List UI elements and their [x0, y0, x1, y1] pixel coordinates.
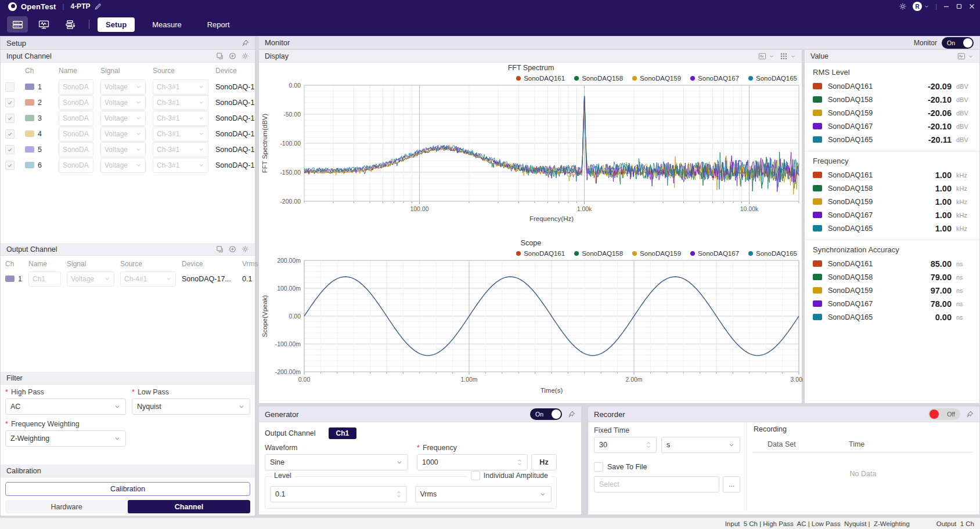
tab-report[interactable]: Report: [199, 17, 238, 32]
individual-amplitude-checkbox[interactable]: [471, 471, 480, 480]
device-name: SonoDAQ-17...: [215, 161, 255, 169]
browse-button[interactable]: ...: [723, 476, 740, 492]
calibration-button[interactable]: Calibration: [5, 482, 250, 496]
signal-select: Voltage: [100, 111, 146, 126]
chart-type-icon[interactable]: [758, 52, 766, 60]
legend-dot: [632, 251, 637, 256]
source-select: Ch-4#1: [120, 271, 176, 287]
channel-color-swatch: [25, 131, 34, 137]
legend-item[interactable]: SonoDAQ165: [748, 250, 797, 257]
measurement-unit: ns: [956, 260, 974, 267]
frequency-label: Frequency: [423, 444, 457, 452]
save-to-file-checkbox[interactable]: [594, 462, 603, 472]
duplicate-icon[interactable]: [216, 52, 224, 60]
individual-amplitude-option[interactable]: Individual Amplitude: [467, 471, 552, 480]
legend-item[interactable]: SonoDAQ159: [632, 75, 681, 82]
level-unit-select[interactable]: Vrms: [415, 486, 552, 502]
device-name: SonoDAQ159: [828, 109, 873, 117]
nav-monitor-icon-button[interactable]: [33, 16, 54, 32]
chevron-down-icon: [539, 491, 546, 498]
close-icon[interactable]: [968, 3, 975, 10]
svg-text:FFT Spectrum(dBV): FFT Spectrum(dBV): [261, 113, 268, 173]
device-name: SonoDAQ158: [828, 96, 873, 104]
measurement-value: -20.10: [928, 122, 952, 131]
high-pass-select[interactable]: AC: [5, 398, 126, 415]
edit-project-icon[interactable]: [94, 3, 102, 10]
device-color-swatch: [813, 83, 822, 89]
value-groups: RMS LevelSonoDAQ161-20.09dBVSonoDAQ158-2…: [805, 63, 979, 324]
nav-hardware-icon-button[interactable]: [7, 16, 28, 32]
legend-label: SonoDAQ167: [698, 250, 739, 257]
layout-grid-icon[interactable]: [780, 52, 788, 60]
legend-item[interactable]: SonoDAQ158: [574, 75, 623, 82]
legend-item[interactable]: SonoDAQ167: [690, 75, 739, 82]
pin-icon[interactable]: [242, 39, 249, 47]
add-channel-icon[interactable]: [229, 52, 236, 60]
channel-settings-gear-icon[interactable]: [242, 245, 249, 253]
recorder-header: Recorder Off: [588, 407, 979, 422]
measurement-unit: dBV: [956, 136, 974, 143]
measurement-value: 1.00: [935, 211, 952, 220]
value-row: SonoDAQ1581.00kHz: [805, 182, 979, 195]
file-select-input[interactable]: Select: [594, 476, 719, 492]
tab-hardware[interactable]: Hardware: [5, 500, 128, 513]
legend-item[interactable]: SonoDAQ161: [516, 250, 565, 257]
save-to-file-option[interactable]: Save To File: [594, 462, 740, 472]
fft-chart: FFT Spectrum SonoDAQ161SonoDAQ158SonoDAQ…: [259, 64, 803, 237]
nav-sequence-icon-button[interactable]: [59, 16, 80, 32]
low-pass-select[interactable]: Nyquist: [132, 398, 250, 415]
source-select: Ch-3#1: [153, 158, 208, 173]
frequency-input[interactable]: 1000: [417, 454, 528, 470]
channel-color-swatch: [25, 146, 34, 153]
duplicate-icon[interactable]: [216, 245, 224, 253]
maximize-icon[interactable]: [956, 3, 963, 10]
tab-channel[interactable]: Channel: [128, 500, 250, 513]
value-view-icon[interactable]: [957, 52, 965, 60]
input-channel-row: 5SonoDAVoltageCh-3#1SonoDAQ-17...: [1, 142, 255, 157]
output-channel-chip[interactable]: Ch1: [329, 427, 357, 439]
recorder-toggle[interactable]: Off: [928, 408, 960, 420]
svg-text:0.00: 0.00: [289, 83, 301, 89]
legend-item[interactable]: SonoDAQ158: [574, 250, 623, 257]
col-data-set: Data Set: [752, 440, 834, 448]
chevron-down-icon: [114, 435, 121, 442]
minimize-icon[interactable]: [943, 3, 950, 10]
checkbox: [5, 129, 15, 139]
filter-header: Filter: [1, 372, 255, 385]
svg-text:100.00m: 100.00m: [277, 285, 301, 292]
chevron-down-icon: [198, 84, 204, 90]
settings-gear-icon[interactable]: [899, 2, 907, 10]
generator-toggle[interactable]: On: [530, 408, 562, 420]
svg-text:3.00m: 3.00m: [790, 376, 803, 383]
legend-item[interactable]: SonoDAQ161: [516, 75, 565, 82]
save-to-file-label: Save To File: [607, 463, 647, 471]
legend-item[interactable]: SonoDAQ159: [632, 250, 681, 257]
value-row: SonoDAQ167-20.10dBV: [805, 119, 979, 133]
svg-text:-200.00: -200.00: [280, 198, 301, 205]
calibration-header: Calibration: [1, 465, 255, 477]
add-channel-icon[interactable]: [229, 245, 236, 253]
time-unit-select[interactable]: s: [661, 437, 740, 453]
monitor-toggle[interactable]: On: [942, 37, 974, 49]
stepper-icon[interactable]: [517, 458, 523, 467]
legend-item[interactable]: SonoDAQ165: [748, 75, 797, 82]
fft-chart-svg[interactable]: 0.00-50.00-100.00-150.00-200.00100.001.0…: [259, 83, 803, 235]
svg-text:-50.00: -50.00: [283, 111, 301, 118]
tab-setup[interactable]: Setup: [98, 17, 135, 32]
fixed-time-input[interactable]: 30: [594, 437, 657, 453]
level-input[interactable]: 0.1: [270, 486, 407, 502]
tab-measure[interactable]: Measure: [144, 17, 190, 32]
waveform-select[interactable]: Sine: [265, 454, 408, 470]
stepper-icon[interactable]: [646, 440, 651, 450]
frequency-weighting-select[interactable]: Z-Weighting: [5, 430, 126, 447]
pin-icon[interactable]: [966, 411, 974, 418]
legend-item[interactable]: SonoDAQ167: [690, 250, 739, 257]
avatar[interactable]: R: [913, 2, 922, 11]
stepper-icon[interactable]: [396, 490, 402, 499]
measurement-value: 1.00: [935, 197, 952, 206]
scope-chart-svg[interactable]: 200.00m100.00m0.00-100.00m-200.00m0.001.…: [259, 258, 803, 403]
pin-icon[interactable]: [568, 411, 575, 418]
user-menu[interactable]: R: [913, 2, 929, 11]
chevron-down-icon: [135, 162, 142, 168]
channel-settings-gear-icon[interactable]: [242, 52, 249, 60]
